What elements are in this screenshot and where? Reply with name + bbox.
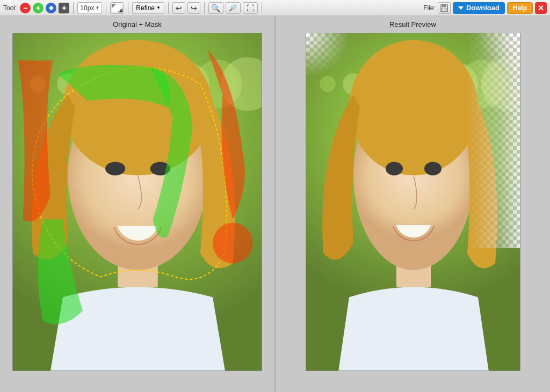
refine-button[interactable]: Refine ▼ <box>132 2 164 14</box>
download-label: Download <box>466 4 500 12</box>
separator-5 <box>204 2 205 14</box>
save-icon <box>440 4 448 12</box>
separator-4 <box>168 2 169 14</box>
zoom-out-button[interactable]: 🔎 <box>226 2 241 14</box>
refine-tool-button[interactable]: ◆ <box>46 3 56 13</box>
cross-tool-button[interactable]: + <box>59 3 69 13</box>
redo-button[interactable]: ↪ <box>187 2 200 14</box>
original-mask-canvas[interactable] <box>12 33 262 371</box>
brush-size-value: 10px <box>80 4 94 12</box>
tool-label: Tool: <box>3 4 17 12</box>
color-preview[interactable] <box>110 2 124 14</box>
fit-screen-button[interactable]: ⛶ <box>243 2 258 14</box>
main-area: Original + Mask Result Preview <box>0 16 550 392</box>
separator-3 <box>128 2 128 14</box>
brush-size-arrow: ▼ <box>95 5 99 10</box>
help-button[interactable]: Help <box>507 2 533 14</box>
separator-1 <box>73 2 74 14</box>
color-preview-triangle <box>119 9 122 12</box>
separator-6 <box>262 2 262 14</box>
undo-button[interactable]: ↩ <box>172 2 185 14</box>
remove-tool-button[interactable]: − <box>20 3 31 13</box>
right-canvas-element[interactable] <box>306 33 520 371</box>
zoom-in-button[interactable]: 🔍 <box>208 2 223 14</box>
result-preview-canvas[interactable] <box>306 33 520 371</box>
svg-rect-2 <box>442 8 447 11</box>
left-canvas-element[interactable] <box>13 33 262 371</box>
refine-arrow: ▼ <box>156 5 161 10</box>
toolbar: Tool: − + ◆ + 10px ▼ Refine ▼ ↩ ↪ 🔍 🔎 ⛶ … <box>0 0 550 16</box>
svg-rect-3 <box>446 5 447 6</box>
file-label: File: <box>423 4 436 12</box>
close-button[interactable]: ✕ <box>535 2 547 14</box>
svg-rect-1 <box>442 4 446 7</box>
right-panel-title: Result Preview <box>389 20 436 28</box>
separator-2 <box>106 2 106 14</box>
refine-label: Refine <box>136 4 155 12</box>
download-arrow-icon <box>458 6 464 10</box>
right-panel: Result Preview <box>276 16 550 392</box>
left-panel-title: Original + Mask <box>113 20 162 28</box>
help-label: Help <box>513 4 527 12</box>
left-panel: Original + Mask <box>0 16 274 392</box>
brush-size-selector[interactable]: 10px ▼ <box>77 2 102 14</box>
download-button[interactable]: Download <box>453 2 505 14</box>
save-button[interactable] <box>438 2 451 14</box>
add-tool-button[interactable]: + <box>33 3 44 13</box>
